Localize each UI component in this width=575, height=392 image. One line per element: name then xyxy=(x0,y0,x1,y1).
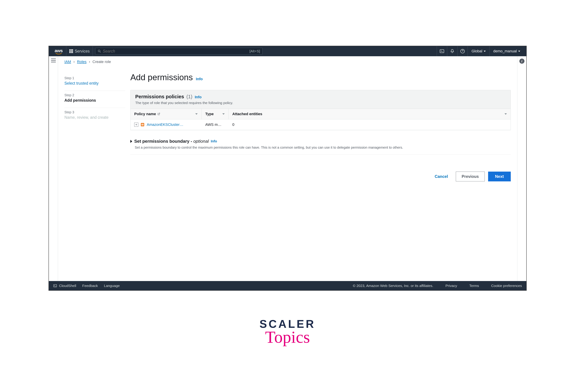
step2-title: Add permissions xyxy=(64,98,125,103)
terminal-icon xyxy=(440,49,444,54)
wizard-steps: Step 1 Select trusted entity Step 2 Add … xyxy=(64,67,130,188)
boundary-toggle[interactable]: Set permissions boundary - optional Info xyxy=(130,139,511,144)
previous-button[interactable]: Previous xyxy=(456,172,485,181)
expand-triangle-icon xyxy=(130,140,132,143)
step3-title: Name, review, and create xyxy=(64,115,125,120)
cell-type: AWS m… xyxy=(202,119,229,130)
page-heading: Add permissions Info xyxy=(130,67,511,90)
col-header-attached-entities[interactable]: Attached entities xyxy=(229,109,511,119)
region-label: Global xyxy=(472,49,482,53)
help-panel-toggle[interactable]: i xyxy=(519,59,525,64)
boundary-info-link[interactable]: Info xyxy=(211,139,217,143)
help-icon xyxy=(460,49,465,54)
table-header: Policy name Type Attached entities xyxy=(131,109,511,119)
boundary-title-optional: optional xyxy=(193,139,209,144)
help-button[interactable] xyxy=(457,46,468,56)
cloudshell-icon-button[interactable] xyxy=(437,46,447,56)
panel-desc: The type of role that you selected requi… xyxy=(135,101,506,105)
panel-header: Permissions policies (1) Info The type o… xyxy=(131,90,511,109)
account-menu[interactable]: demo_manual xyxy=(489,46,524,56)
cell-attached-entities: 0 xyxy=(229,119,511,130)
policy-name-link[interactable]: AmazonEKSCluster… xyxy=(147,122,183,127)
services-button[interactable]: Services xyxy=(66,46,93,56)
page-title: Add permissions xyxy=(130,72,193,82)
svg-rect-2 xyxy=(440,50,444,53)
boundary-title-bold: Set permissions boundary - xyxy=(134,139,193,144)
watermark-line2: Topics xyxy=(260,327,315,347)
page-main: Add permissions Info Permissions policie… xyxy=(130,67,511,188)
search-icon xyxy=(98,49,101,53)
svg-rect-6 xyxy=(143,124,143,126)
bottom-bar: CloudShell Feedback Language © 2023, Ama… xyxy=(49,281,526,290)
external-link-icon xyxy=(157,112,160,115)
svg-line-1 xyxy=(100,51,101,53)
language-link[interactable]: Language xyxy=(104,284,120,288)
region-selector[interactable]: Global xyxy=(468,46,489,56)
sort-icon[interactable] xyxy=(504,113,507,115)
step1-label: Step 1 xyxy=(64,76,125,80)
col-type-label: Type xyxy=(205,112,214,116)
sort-icon[interactable] xyxy=(222,113,225,115)
main-column: IAM › Roles › Create role Step 1 Select … xyxy=(58,56,517,281)
privacy-link[interactable]: Privacy xyxy=(446,284,457,288)
breadcrumb-sep: › xyxy=(89,60,90,64)
aws-logo[interactable]: aws xyxy=(51,48,66,54)
account-label: demo_manual xyxy=(493,49,517,53)
breadcrumb-current: Create role xyxy=(93,60,111,64)
next-button[interactable]: Next xyxy=(488,172,511,181)
panel-info-link[interactable]: Info xyxy=(195,95,202,99)
panel-count: (1) xyxy=(187,94,192,99)
top-nav: aws Services [Alt+S] Global xyxy=(49,46,526,56)
breadcrumb-sep: › xyxy=(73,60,74,64)
bell-icon xyxy=(450,49,455,54)
wizard-step-3: Step 3 Name, review, and create xyxy=(64,108,125,125)
expand-row-button[interactable]: + xyxy=(134,123,138,127)
breadcrumb: IAM › Roles › Create role xyxy=(58,60,517,67)
sort-icon[interactable] xyxy=(195,113,198,115)
wizard-step-1[interactable]: Step 1 Select trusted entity xyxy=(64,74,125,91)
terms-link[interactable]: Terms xyxy=(469,284,479,288)
panel-title: Permissions policies xyxy=(135,94,184,99)
scaler-topics-watermark: SCALER Topics xyxy=(260,318,315,347)
wizard-step-2: Step 2 Add permissions xyxy=(64,91,125,108)
breadcrumb-iam[interactable]: IAM xyxy=(64,60,71,64)
managed-policy-icon xyxy=(140,122,145,127)
copyright-text: © 2023, Amazon Web Services, Inc. or its… xyxy=(353,284,433,288)
services-label: Services xyxy=(75,49,90,54)
col-entities-label: Attached entities xyxy=(232,112,262,116)
col-header-policy-name[interactable]: Policy name xyxy=(131,109,202,119)
svg-point-0 xyxy=(98,50,100,52)
right-rail: i xyxy=(517,56,526,281)
step2-label: Step 2 xyxy=(64,93,125,97)
search-input[interactable] xyxy=(103,49,248,54)
svg-rect-7 xyxy=(54,284,57,287)
step1-title[interactable]: Select trusted entity xyxy=(64,81,125,86)
terminal-icon xyxy=(53,284,57,288)
body-area: IAM › Roles › Create role Step 1 Select … xyxy=(49,56,526,281)
feedback-link[interactable]: Feedback xyxy=(82,284,98,288)
caret-down-icon xyxy=(518,51,520,52)
left-rail xyxy=(49,56,58,281)
svg-rect-4 xyxy=(141,123,144,126)
services-grid-icon xyxy=(69,49,73,53)
cancel-button[interactable]: Cancel xyxy=(430,172,453,181)
cell-policy-name: + AmazonEKSCluster… xyxy=(131,119,202,130)
table-row: + AmazonEKSCluster… AWS m… 0 xyxy=(131,119,511,130)
watermark-line1: SCALER xyxy=(260,318,315,330)
app-frame: aws Services [Alt+S] Global xyxy=(48,46,527,291)
page-info-link[interactable]: Info xyxy=(196,77,203,81)
cloudshell-link[interactable]: CloudShell xyxy=(53,284,76,288)
breadcrumb-roles[interactable]: Roles xyxy=(77,60,86,64)
nav-toggle-button[interactable] xyxy=(51,59,56,62)
col-header-type[interactable]: Type xyxy=(202,109,229,119)
notifications-button[interactable] xyxy=(447,46,457,56)
content: Step 1 Select trusted entity Step 2 Add … xyxy=(58,67,517,188)
cookie-preferences-link[interactable]: Cookie preferences xyxy=(491,284,522,288)
permissions-policies-panel: Permissions policies (1) Info The type o… xyxy=(130,90,511,130)
search-box[interactable]: [Alt+S] xyxy=(95,48,263,55)
caret-down-icon xyxy=(484,51,486,52)
permissions-boundary-section: Set permissions boundary - optional Info… xyxy=(130,135,511,155)
col-policy-label: Policy name xyxy=(134,112,156,116)
search-shortcut: [Alt+S] xyxy=(250,49,260,53)
wizard-actions: Cancel Previous Next xyxy=(130,160,511,188)
